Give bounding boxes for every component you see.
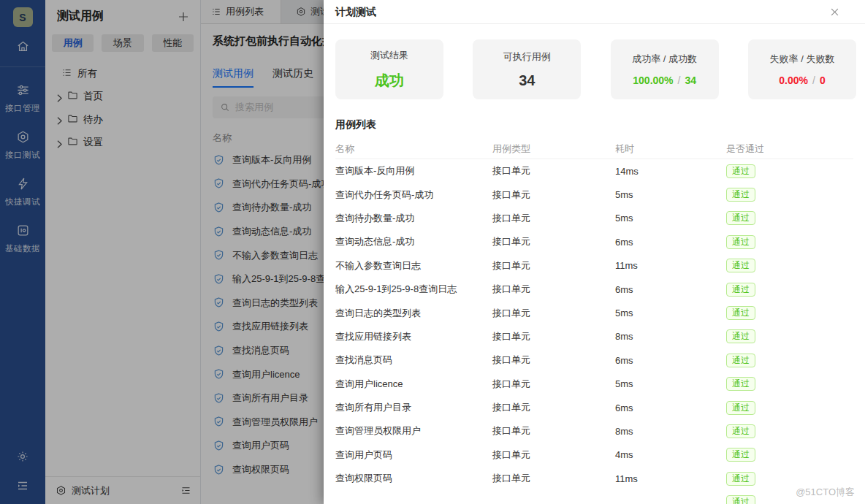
cell-name: 查找应用链接列表 bbox=[335, 330, 492, 343]
fail-rate: 0.00% bbox=[779, 75, 808, 86]
status-badge: 通过 bbox=[726, 401, 755, 415]
cell-time: 6ms bbox=[615, 284, 726, 295]
table-row[interactable]: 输入25-9-1到25-9-8查询日志 接口单元 6ms 通过 bbox=[335, 278, 853, 301]
cell-name: 不输入参数查询日志 bbox=[335, 259, 492, 272]
success-rate: 100.00% bbox=[633, 75, 673, 86]
status-badge: 通过 bbox=[726, 188, 755, 202]
cell-time: 14ms bbox=[615, 166, 726, 177]
cell-time: 5ms bbox=[615, 378, 726, 389]
cell-passed: 通过 bbox=[726, 306, 853, 320]
card-value: 34 bbox=[519, 72, 535, 89]
card-success-rate: 成功率 / 成功数 100.00% / 34 bbox=[611, 39, 719, 99]
card-value: 成功 bbox=[375, 71, 404, 91]
card-label: 成功率 / 成功数 bbox=[632, 53, 697, 66]
table-row[interactable]: 查找应用链接列表 接口单元 8ms 通过 bbox=[335, 325, 853, 348]
status-badge: 通过 bbox=[726, 164, 755, 178]
drawer-title: 计划测试 bbox=[335, 4, 376, 19]
status-badge: 通过 bbox=[726, 259, 755, 272]
cell-passed: 通过 bbox=[726, 401, 853, 415]
cell-passed: 通过 bbox=[726, 448, 853, 462]
card-label: 可执行用例 bbox=[503, 50, 551, 64]
cell-type: 接口单元 bbox=[492, 212, 615, 225]
status-badge: 通过 bbox=[726, 211, 755, 225]
table-row[interactable]: 查询动态信息-成功 接口单元 6ms 通过 bbox=[335, 230, 853, 253]
card-test-result: 测试结果 成功 bbox=[335, 39, 443, 99]
cell-passed: 通过 bbox=[726, 424, 853, 438]
cell-name: 查询所有用户目录 bbox=[335, 401, 492, 414]
cell-passed: 通过 bbox=[726, 211, 853, 225]
cell-name: 查找消息页码 bbox=[335, 354, 492, 367]
table-row[interactable]: 查找消息页码 接口单元 6ms 通过 bbox=[335, 348, 853, 372]
table-header-type: 用例类型 bbox=[492, 142, 615, 156]
cell-name: 查询待办数量-成功 bbox=[335, 212, 492, 225]
cell-time: 5ms bbox=[615, 213, 726, 224]
cell-name: 输入25-9-1到25-9-8查询日志 bbox=[335, 283, 492, 296]
cell-type: 接口单元 bbox=[492, 354, 615, 367]
cell-time: 11ms bbox=[615, 260, 726, 271]
table-header-time: 耗时 bbox=[615, 142, 726, 156]
card-value: 0.00% / 0 bbox=[779, 75, 825, 86]
cell-time: 6ms bbox=[615, 402, 726, 413]
status-badge: 通过 bbox=[726, 306, 755, 320]
cell-type: 接口单元 bbox=[492, 401, 615, 414]
table-row[interactable]: 查询代办任务页码-成功 接口单元 5ms 通过 bbox=[335, 183, 853, 206]
cell-type: 接口单元 bbox=[492, 448, 615, 462]
cell-name: 查询用户licence bbox=[335, 378, 492, 391]
cell-type: 接口单元 bbox=[492, 259, 615, 272]
status-badge: 通过 bbox=[726, 448, 755, 462]
watermark: @51CTO博客 bbox=[796, 486, 855, 499]
cell-time: 5ms bbox=[615, 308, 726, 318]
table-row[interactable]: 查询版本-反向用例 接口单元 14ms 通过 bbox=[335, 159, 853, 183]
cell-time: 6ms bbox=[615, 237, 726, 248]
cell-time: 6ms bbox=[615, 355, 726, 366]
cell-time: 8ms bbox=[615, 331, 726, 342]
separator: / bbox=[812, 75, 815, 86]
cell-type: 接口单元 bbox=[492, 307, 615, 320]
table-row[interactable]: 查询权限页码 接口单元 11ms 通过 bbox=[335, 467, 853, 490]
success-count: 34 bbox=[685, 75, 696, 86]
status-badge: 通过 bbox=[726, 424, 755, 438]
table-row[interactable]: 查询待办数量-成功 接口单元 5ms 通过 bbox=[335, 207, 853, 230]
table-row[interactable]: 查询日志的类型列表 接口单元 5ms 通过 bbox=[335, 301, 853, 324]
cell-type: 接口单元 bbox=[492, 378, 615, 391]
status-badge: 通过 bbox=[726, 283, 755, 297]
cell-name: 查询动态信息-成功 bbox=[335, 235, 492, 248]
fail-count: 0 bbox=[820, 75, 826, 86]
table-body: 查询版本-反向用例 接口单元 14ms 通过 查询代办任务页码-成功 接口单元 … bbox=[335, 159, 853, 504]
cell-time: 5ms bbox=[615, 189, 726, 200]
cell-name: 查询版本-反向用例 bbox=[335, 164, 492, 177]
cell-name: 查询代办任务页码-成功 bbox=[335, 188, 492, 202]
table-row[interactable]: 查询用户licence 接口单元 5ms 通过 bbox=[335, 373, 853, 396]
status-badge: 通过 bbox=[726, 495, 755, 504]
close-icon[interactable] bbox=[829, 7, 840, 18]
status-badge: 通过 bbox=[726, 329, 755, 343]
cell-name: 查询管理员权限用户 bbox=[335, 424, 492, 438]
cell-passed: 通过 bbox=[726, 259, 853, 272]
cell-passed: 通过 bbox=[726, 235, 853, 249]
table-row[interactable]: 通过 bbox=[335, 490, 853, 504]
cell-time: 8ms bbox=[615, 426, 726, 437]
cell-passed: 通过 bbox=[726, 283, 853, 297]
card-executable-cases: 可执行用例 34 bbox=[473, 39, 581, 99]
cell-type: 接口单元 bbox=[492, 472, 615, 485]
cell-type: 接口单元 bbox=[492, 164, 615, 177]
cell-passed: 通过 bbox=[726, 188, 853, 202]
cell-name: 查询用户页码 bbox=[335, 448, 492, 462]
card-label: 失败率 / 失败数 bbox=[770, 53, 835, 66]
cell-passed: 通过 bbox=[726, 354, 853, 367]
plan-test-drawer: 计划测试 测试结果 成功 可执行用例 34 成功率 / 成功数 100.00% … bbox=[324, 0, 865, 504]
cell-time: 11ms bbox=[615, 473, 726, 484]
table-row[interactable]: 查询用户页码 接口单元 4ms 通过 bbox=[335, 443, 853, 467]
table-row[interactable]: 查询管理员权限用户 接口单元 8ms 通过 bbox=[335, 419, 853, 443]
table-row[interactable]: 查询所有用户目录 接口单元 6ms 通过 bbox=[335, 396, 853, 419]
cell-passed: 通过 bbox=[726, 377, 853, 391]
separator: / bbox=[678, 75, 681, 86]
summary-cards: 测试结果 成功 可执行用例 34 成功率 / 成功数 100.00% / 34 … bbox=[324, 39, 865, 99]
table-header-row: 名称 用例类型 耗时 是否通过 bbox=[335, 139, 853, 159]
card-label: 测试结果 bbox=[370, 49, 408, 62]
table-header-passed: 是否通过 bbox=[726, 142, 853, 156]
table-row[interactable]: 不输入参数查询日志 接口单元 11ms 通过 bbox=[335, 254, 853, 278]
cell-name: 查询日志的类型列表 bbox=[335, 307, 492, 320]
cell-passed: 通过 bbox=[726, 329, 853, 343]
modal-mask[interactable] bbox=[0, 0, 324, 504]
